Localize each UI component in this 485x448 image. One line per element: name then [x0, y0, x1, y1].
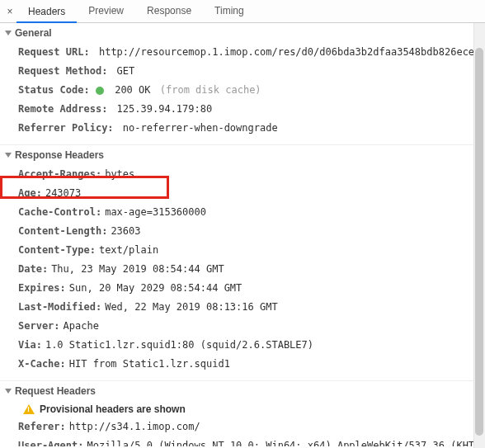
- scrollbar-track[interactable]: [473, 23, 485, 448]
- header-row: Expires:Sun, 20 May 2029 08:54:44 GMT: [18, 279, 482, 298]
- label: Server:: [18, 320, 60, 332]
- warning-text: Provisional headers are shown: [40, 403, 186, 415]
- response-rows: Accept-Ranges:bytesAge:243073Cache-Contr…: [0, 165, 482, 380]
- value: 125.39.94.179:80: [117, 103, 213, 115]
- label: Status Code:: [18, 84, 90, 96]
- header-row: Via:1.0 Static1.lzr.squid1:80 (squid/2.6…: [18, 336, 482, 355]
- section-general[interactable]: General: [0, 23, 482, 43]
- status-note: (from disk cache): [160, 84, 261, 96]
- status-dot-icon: [96, 87, 104, 95]
- value: bytes: [105, 168, 134, 180]
- tab-preview[interactable]: Preview: [77, 0, 135, 22]
- value: max-age=315360000: [105, 206, 206, 218]
- disclosure-icon: [5, 153, 12, 158]
- value: Apache: [64, 320, 99, 332]
- request-rows: Provisional headers are shown Referer:ht…: [0, 401, 482, 446]
- header-row: Accept-Ranges:bytes: [18, 165, 482, 184]
- label: Referrer Policy:: [18, 122, 114, 134]
- header-row: Content-Length:23603: [18, 222, 482, 241]
- value: GET: [117, 65, 135, 77]
- value: http://resourcemop.1.imop.com/res/d0/d06…: [99, 46, 485, 58]
- section-response-headers[interactable]: Response Headers: [0, 144, 482, 165]
- value: Sun, 20 May 2029 08:54:44 GMT: [69, 282, 242, 294]
- header-row: Content-Type:text/plain: [18, 241, 482, 260]
- header-row: Age:243073: [18, 184, 482, 203]
- disclosure-icon: [5, 31, 12, 35]
- general-rows: Request URL: http://resourcemop.1.imop.c…: [0, 43, 482, 144]
- row-referrer-policy: Referrer Policy: no-referrer-when-downgr…: [18, 119, 482, 138]
- tab-headers[interactable]: Headers: [16, 1, 77, 23]
- row-remote-address: Remote Address: 125.39.94.179:80: [18, 100, 482, 119]
- header-row: Last-Modified:Wed, 22 May 2019 08:13:16 …: [18, 298, 482, 317]
- value: Wed, 22 May 2019 08:13:16 GMT: [105, 301, 278, 313]
- tab-timing[interactable]: Timing: [203, 0, 256, 22]
- label: Date:: [18, 263, 48, 275]
- value: 200 OK: [115, 84, 150, 96]
- scrollbar-thumb[interactable]: [475, 48, 483, 436]
- headers-pane: General Request URL: http://resourcemop.…: [0, 23, 485, 446]
- row-status-code: Status Code: 200 OK (from disk cache): [18, 81, 482, 100]
- value: Mozilla/5.0 (Windows NT 10.0; Win64; x64…: [87, 440, 485, 446]
- header-row: Cache-Control:max-age=315360000: [18, 203, 482, 222]
- label: Content-Length:: [18, 225, 107, 237]
- label: Expires:: [18, 282, 66, 294]
- header-row: Date:Thu, 23 May 2019 08:54:44 GMT: [18, 260, 482, 279]
- header-row: Server:Apache: [18, 317, 482, 336]
- label: Content-Type:: [18, 244, 96, 256]
- header-row: User-Agent:Mozilla/5.0 (Windows NT 10.0;…: [18, 436, 482, 446]
- label: Referer:: [18, 421, 66, 432]
- label: Request Method:: [18, 65, 107, 77]
- close-icon[interactable]: ×: [3, 6, 16, 17]
- value: Thu, 23 May 2019 08:54:44 GMT: [51, 263, 224, 275]
- label: Remote Address:: [18, 103, 107, 115]
- section-title: Request Headers: [15, 385, 96, 397]
- label: Accept-Ranges:: [18, 168, 101, 180]
- provisional-warning: Provisional headers are shown: [18, 401, 482, 417]
- value: text/plain: [99, 244, 158, 256]
- label: Last-Modified:: [18, 301, 101, 313]
- label: Age:: [18, 187, 42, 199]
- disclosure-icon: [5, 389, 12, 394]
- label: X-Cache:: [18, 358, 66, 370]
- row-request-method: Request Method: GET: [18, 62, 482, 81]
- value: 1.0 Static1.lzr.squid1:80 (squid/2.6.STA…: [45, 339, 313, 351]
- label: User-Agent:: [18, 440, 83, 446]
- tab-response[interactable]: Response: [135, 0, 203, 22]
- label: Request URL:: [18, 46, 90, 58]
- tab-bar: × Headers Preview Response Timing: [0, 0, 485, 23]
- warning-icon: [23, 404, 35, 414]
- section-request-headers[interactable]: Request Headers: [0, 380, 482, 401]
- value: 243073: [45, 187, 81, 199]
- section-title: Response Headers: [15, 149, 104, 161]
- header-row: X-Cache:HIT from Static1.lzr.squid1: [18, 355, 482, 374]
- label: Cache-Control:: [18, 206, 101, 218]
- value: http://s34.1.imop.com/: [69, 421, 200, 432]
- value: 23603: [111, 225, 140, 237]
- value: HIT from Static1.lzr.squid1: [69, 358, 230, 370]
- row-request-url: Request URL: http://resourcemop.1.imop.c…: [18, 43, 482, 62]
- value: no-referrer-when-downgrade: [123, 122, 278, 134]
- label: Via:: [18, 339, 42, 351]
- section-title: General: [15, 27, 52, 39]
- header-row: Referer:http://s34.1.imop.com/: [18, 417, 482, 436]
